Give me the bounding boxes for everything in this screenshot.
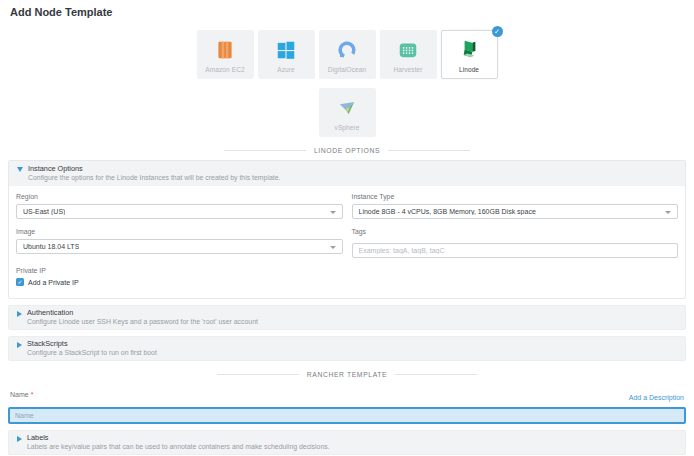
name-input[interactable] <box>8 407 686 424</box>
provider-tile-label: Amazon EC2 <box>198 66 253 73</box>
divider-line <box>217 374 299 375</box>
private-ip-label: Private IP <box>16 267 678 275</box>
provider-tile-label: vSphere <box>320 124 375 131</box>
add-node-template-page: Add Node Template Amazon EC2 Azure <box>0 6 694 456</box>
instance-type-select[interactable]: Linode 8GB - 4 vCPUs, 8GB Memory, 160GB … <box>352 204 679 219</box>
instance-type-value: Linode 8GB - 4 vCPUs, 8GB Memory, 160GB … <box>359 208 536 215</box>
rancher-template-heading: RANCHER TEMPLATE <box>307 371 387 378</box>
image-select[interactable]: Ubuntu 18.04 LTS <box>16 239 343 254</box>
instance-options-section: Instance Options Configure the options f… <box>8 160 686 299</box>
region-label: Region <box>16 193 343 201</box>
provider-tiles-row-2: vSphere <box>0 88 694 137</box>
digitalocean-icon <box>336 39 358 61</box>
region-field: Region US-East (US) <box>16 193 343 219</box>
provider-tile-label: Linode <box>442 66 497 73</box>
harvester-icon <box>397 39 419 61</box>
provider-tile-label: Azure <box>259 66 314 73</box>
provider-tile-linode[interactable]: ✓ Linode <box>441 30 498 79</box>
section-title: Instance Options <box>28 164 280 173</box>
triangle-right-icon <box>17 311 22 317</box>
add-description-link[interactable]: Add a Description <box>629 394 684 401</box>
linode-options-divider: LINODE OPTIONS <box>0 145 694 155</box>
provider-tiles-row-1: Amazon EC2 Azure DigitalOcean <box>0 30 694 79</box>
image-value: Ubuntu 18.04 LTS <box>23 243 79 250</box>
tags-label: Tags <box>352 228 679 236</box>
instance-type-label: Instance Type <box>352 193 679 201</box>
linode-icon <box>458 39 480 61</box>
selected-check-icon: ✓ <box>492 26 503 37</box>
private-ip-checkbox-row[interactable]: ✓ Add a Private IP <box>16 278 678 286</box>
section-description: Configure the options for the Linode Ins… <box>28 173 280 182</box>
instance-options-body: Region US-East (US) Instance Type Linode… <box>9 186 685 298</box>
chevron-down-icon <box>330 211 336 214</box>
provider-tile-label: DigitalOcean <box>320 66 375 73</box>
provider-tile-vsphere[interactable]: vSphere <box>319 88 376 137</box>
section-description: Configure Linode user SSH Keys and a pas… <box>27 317 258 326</box>
chevron-down-icon <box>330 246 336 249</box>
tags-field: Tags <box>352 228 679 258</box>
provider-tile-azure[interactable]: Azure <box>258 30 315 79</box>
provider-tile-label: Harvester <box>381 66 436 73</box>
tags-input[interactable] <box>352 243 679 258</box>
rancher-template-divider: RANCHER TEMPLATE <box>0 369 694 379</box>
azure-icon <box>275 39 297 61</box>
provider-tile-digitalocean[interactable]: DigitalOcean <box>319 30 376 79</box>
divider-line <box>395 374 477 375</box>
page-title: Add Node Template <box>10 6 694 19</box>
authentication-section[interactable]: Authentication Configure Linode user SSH… <box>8 305 686 330</box>
name-field-row: Name* Add a Description <box>10 383 684 401</box>
instance-type-field: Instance Type Linode 8GB - 4 vCPUs, 8GB … <box>352 193 679 219</box>
private-ip-checkbox[interactable]: ✓ <box>16 278 24 286</box>
name-label: Name <box>10 391 29 398</box>
instance-options-header[interactable]: Instance Options Configure the options f… <box>9 161 685 186</box>
region-select[interactable]: US-East (US) <box>16 204 343 219</box>
divider-line <box>388 150 470 151</box>
name-input-wrap <box>8 404 686 424</box>
private-ip-checkbox-label: Add a Private IP <box>28 279 79 286</box>
divider-line <box>224 150 306 151</box>
region-value: US-East (US) <box>23 208 65 215</box>
image-label: Image <box>16 228 343 236</box>
section-description: Labels are key/value pairs that can be u… <box>27 442 330 451</box>
chevron-down-icon <box>665 211 671 214</box>
labels-section[interactable]: Labels Labels are key/value pairs that c… <box>8 430 686 455</box>
provider-tile-amazon-ec2[interactable]: Amazon EC2 <box>197 30 254 79</box>
image-field: Image Ubuntu 18.04 LTS <box>16 228 343 258</box>
triangle-down-icon <box>17 167 23 172</box>
stackscripts-section[interactable]: StackScripts Configure a StackScript to … <box>8 336 686 361</box>
section-title: StackScripts <box>27 339 157 348</box>
section-title: Labels <box>27 433 330 442</box>
linode-options-heading: LINODE OPTIONS <box>314 147 380 154</box>
section-title: Authentication <box>27 308 258 317</box>
vsphere-icon <box>336 97 358 119</box>
required-marker: * <box>31 391 34 398</box>
triangle-right-icon <box>17 342 22 348</box>
private-ip-field: Private IP ✓ Add a Private IP <box>16 267 678 286</box>
amazon-ec2-icon <box>214 39 236 61</box>
section-description: Configure a StackScript to run on first … <box>27 348 157 357</box>
triangle-right-icon <box>17 436 22 442</box>
provider-tile-harvester[interactable]: Harvester <box>380 30 437 79</box>
